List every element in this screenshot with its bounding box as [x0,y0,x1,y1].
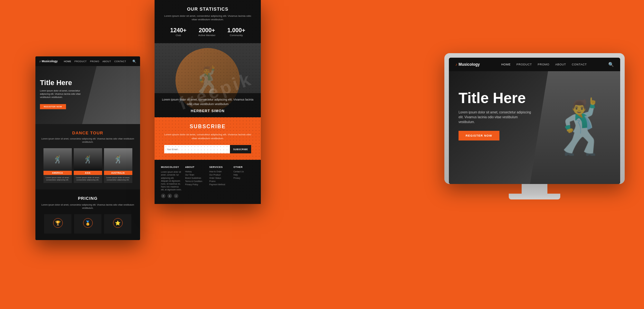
tour-card-text-asia: Lorem ipsum dolor sit amet, consectetur … [74,175,102,183]
pricing-icon-2: 🏅 [83,218,93,228]
stat-member: 2000+ Active Member [198,27,215,37]
footer-link-privacy[interactable]: Privacy Policy [185,183,206,186]
twitter-icon[interactable]: t [167,194,172,198]
mid-footer-grid: MUSICOLOGY Lorem ipsum dolor sit amet, c… [161,166,254,198]
monitor-screen: ♪ Musicology HOME PRODUCT PROMO ABOUT CO… [449,58,620,184]
footer-link-contact-us[interactable]: Contact Us [233,170,254,173]
tour-card-label-asia: ASIA [74,171,102,175]
nav-home[interactable]: HOME [64,60,71,63]
right-register-button[interactable]: REGISTER NOW [459,131,499,140]
subscribe-button[interactable]: SUBSCRIBE [230,145,251,153]
right-hero-title: Title Here [459,91,533,105]
right-hero-content: Title Here Lorem ipsum dolor sit amet, c… [459,91,533,140]
monitor-stand-neck [522,184,547,194]
tour-card-img-asia: 🕺 [74,148,102,171]
pricing-icon-3: ⭐ [113,218,123,228]
footer-link-privacy2[interactable]: Privacy [233,177,254,179]
pricing-card-1: 🏆 [44,214,71,234]
footer-link-help[interactable]: Help [233,174,254,176]
right-search-icon[interactable]: 🔍 [608,62,614,67]
instagram-icon[interactable]: i [174,194,178,198]
mid-stats-title: OUR STATISTICS [164,6,251,12]
email-input[interactable] [164,145,230,153]
nav-product[interactable]: PRODUCT [74,60,87,63]
right-hero-desc: Lorem ipsum dolor sit amet, consectetur … [459,110,533,124]
nav-contact[interactable]: CONTACT [114,60,126,63]
footer-col-other: OTHER Contact Us Help Privacy [233,166,254,198]
footer-social-links: f t i [161,194,182,198]
footer-link-promo[interactable]: Promo [209,180,230,182]
left-hero-content: Title Here Lorem ipsum dolor sit amet, c… [40,79,85,109]
nav-about[interactable]: ABOUT [102,60,111,63]
left-mobile-mockup: ♪ Musicology HOME PRODUCT PROMO ABOUT CO… [35,56,140,240]
mid-stats-section: OUR STATISTICS Lorem ipsum dolor sit ame… [155,0,261,43]
left-dance-tour-title: DANCE TOUR [40,130,136,135]
facebook-icon[interactable]: f [161,194,166,198]
footer-col-other-title: OTHER [233,166,254,169]
footer-link-how-to-order[interactable]: How to Order [209,170,230,173]
right-nav: ♪ Musicology HOME PRODUCT PROMO ABOUT CO… [449,58,620,71]
footer-col-about: ABOUT History Our Team Brand Guidelines … [185,166,206,198]
stat-community: 1.000+ Community [227,27,245,37]
tour-card-text-america: Lorem ipsum dolor sit amet, consectetur … [43,175,72,183]
tour-card-australia: 🕺 AUSTRALIA Lorem ipsum dolor sit amet, … [104,148,132,183]
pricing-icon-1: 🏆 [53,218,63,228]
tour-card-img-australia: 🕺 [104,148,132,171]
pricing-card-2: 🏅 [74,214,101,234]
mid-mockup: OUR STATISTICS Lorem ipsum dolor sit ame… [155,0,261,204]
mid-hero-desc: Lorem ipsum dolor sit amet, consectetur … [161,98,254,106]
tour-card-label-america: AMERICA [43,171,72,175]
left-dance-tour: DANCE TOUR Lorem ipsum dolor sit amet, c… [35,124,140,189]
footer-link-terms[interactable]: Terms & Condition [185,180,206,182]
right-nav-contact[interactable]: CONTACT [572,63,587,66]
footer-col-musicology-desc: Lorem ipsum dolor sit amet, consecte- tu… [161,170,182,191]
stat-club: 1240+ Club [170,27,186,37]
footer-col-services-title: SERVICES [209,166,230,169]
left-pricing-title: PRICING [40,196,136,201]
right-nav-home[interactable]: HOME [501,63,511,66]
mid-hero-overlay: Lorem ipsum dolor sit amet, consectetur … [155,93,261,117]
footer-link-order-status[interactable]: Order Status [209,177,230,179]
left-pricing-desc: Lorem ipsum dolor sit amet, consectetur … [40,203,136,210]
left-pricing-cards: 🏆 🏅 ⭐ [40,214,136,234]
stat-community-number: 1.000+ [227,27,245,34]
footer-link-payment[interactable]: Payment Method [209,183,230,186]
footer-col-musicology-title: MUSICOLOGY [161,166,182,169]
music-note-icon: ♪ [39,60,41,63]
left-dance-tour-desc: Lorem ipsum dolor sit amet, consectetur … [40,137,136,144]
right-nav-product[interactable]: PRODUCT [516,63,532,66]
mid-stats-desc: Lorem ipsum dolor sit amet, consectetur … [164,14,251,21]
stat-member-number: 2000+ [198,27,215,34]
tour-card-text-australia: Lorem ipsum dolor sit amet, consectetur … [104,175,132,183]
stat-member-label: Active Member [198,34,215,37]
tour-card-label-australia: AUSTRALIA [104,171,132,175]
left-nav: ♪ Musicology HOME PRODUCT PROMO ABOUT CO… [35,56,140,66]
stat-club-number: 1240+ [170,27,186,34]
tour-card-asia: 🕺 ASIA Lorem ipsum dolor sit amet, conse… [74,148,102,183]
mid-subscribe-title: SUBSCRIBE [164,124,251,130]
tour-card-america: 🕺 AMERICA Lorem ipsum dolor sit amet, co… [43,148,72,183]
mid-subscribe-section: SUBSCRIBE Lorem ipsum dolor sit amet, co… [155,117,261,160]
footer-col-about-title: ABOUT [185,166,206,169]
left-register-button[interactable]: REGISTER NOW [40,104,66,109]
right-nav-about[interactable]: ABOUT [555,63,566,66]
footer-link-our-product[interactable]: Our Product [209,174,230,176]
stat-community-label: Community [227,34,245,37]
left-pricing: PRICING Lorem ipsum dolor sit amet, cons… [35,189,140,240]
left-tour-cards: 🕺 AMERICA Lorem ipsum dolor sit amet, co… [40,148,136,183]
stat-club-label: Club [170,34,186,37]
footer-link-brand[interactable]: Brand Guidelines [185,177,206,179]
left-hero: Title Here Lorem ipsum dolor sit amet, c… [35,66,140,124]
left-hero-title: Title Here [40,79,85,87]
right-nav-links: HOME PRODUCT PROMO ABOUT CONTACT [501,63,587,66]
footer-link-history[interactable]: History [185,170,206,173]
nav-promo[interactable]: PROMO [90,60,99,63]
right-music-note-icon: ♪ [455,62,457,67]
mid-hero: 🕺 Lorem ipsum dolor sit amet, consectetu… [155,43,261,117]
right-hero: 🕺 Title Here Lorem ipsum dolor sit amet,… [449,71,620,184]
search-icon[interactable]: 🔍 [132,60,136,63]
mid-subscribe-desc: Lorem ipsum dolor sit amet, consectetur … [164,133,251,140]
footer-link-our-team[interactable]: Our Team [185,174,206,176]
left-hero-desc: Lorem ipsum dolor sit amet, consectetur … [40,89,85,99]
right-nav-promo[interactable]: PROMO [538,63,550,66]
